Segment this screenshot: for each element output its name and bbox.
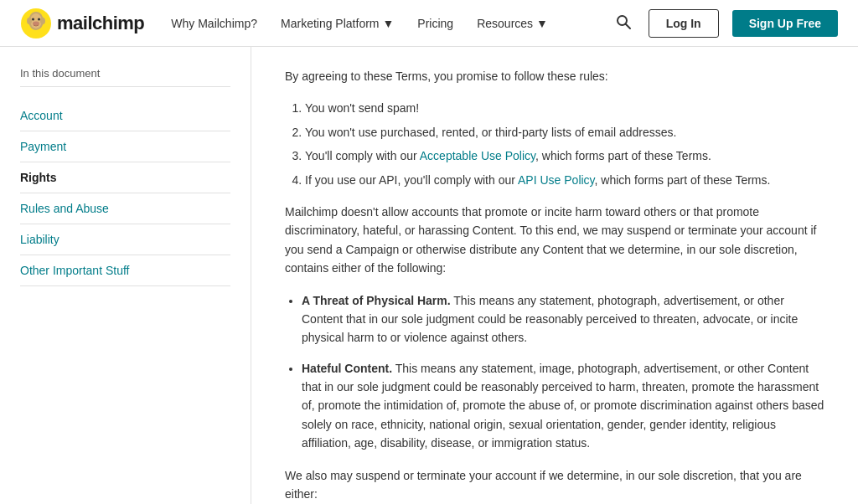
nav-marketing-platform[interactable]: Marketing Platform ▼ [281,17,394,30]
hateful-content-heading: Hateful Content. [302,362,392,375]
main-nav: Why Mailchimp? Marketing Platform ▼ Pric… [171,17,611,30]
sidebar-item-other-important-stuff[interactable]: Other Important Stuff [20,255,230,286]
page-layout: In this document Account Payment Rights … [0,47,858,504]
svg-point-6 [27,18,32,24]
sidebar: In this document Account Payment Rights … [0,47,251,504]
chevron-down-icon: ▼ [383,17,395,30]
sidebar-item-rules-and-abuse[interactable]: Rules and Abuse [20,193,230,224]
logo-text: mailchimp [57,13,144,34]
suspension-intro: We also may suspend or terminate your ac… [285,466,824,504]
logo[interactable]: mailchimp [20,8,144,39]
rules-list: You won't send spam! You won't use purch… [305,99,824,189]
bullet-physical-harm: A Threat of Physical Harm. This means an… [302,291,824,347]
nav-why-mailchimp[interactable]: Why Mailchimp? [171,17,257,30]
svg-point-4 [38,18,40,20]
nav-resources[interactable]: Resources ▼ [477,17,548,30]
api-use-policy-link[interactable]: API Use Policy [518,173,595,187]
chevron-down-icon: ▼ [536,17,548,30]
search-icon [615,13,632,30]
rule-4: If you use our API, you'll comply with o… [305,171,824,189]
harmful-content-intro: Mailchimp doesn't allow accounts that pr… [285,203,824,278]
sidebar-nav: Account Payment Rights Rules and Abuse L… [20,100,230,286]
sidebar-item-account[interactable]: Account [20,100,230,131]
nav-pricing[interactable]: Pricing [417,17,453,30]
sidebar-item-rights[interactable]: Rights [20,162,230,193]
header-actions: Log In Sign Up Free [612,9,838,38]
svg-point-3 [32,18,34,20]
rule-1: You won't send spam! [305,99,824,117]
signup-button[interactable]: Sign Up Free [732,10,838,37]
physical-harm-heading: A Threat of Physical Harm. [302,294,451,307]
bullet-hateful-content: Hateful Content. This means any statemen… [302,359,824,453]
header: mailchimp Why Mailchimp? Marketing Platf… [0,0,858,47]
intro-text: By agreeing to these Terms, you promise … [285,67,824,85]
sidebar-title: In this document [20,67,230,87]
logo-icon [20,8,52,39]
rule-3: You'll comply with our Acceptable Use Po… [305,147,824,165]
sidebar-item-liability[interactable]: Liability [20,224,230,255]
sidebar-item-payment[interactable]: Payment [20,131,230,162]
harmful-content-list: A Threat of Physical Harm. This means an… [302,291,824,453]
rule-2: You won't use purchased, rented, or thir… [305,123,824,141]
search-button[interactable] [612,10,635,36]
main-content: By agreeing to these Terms, you promise … [251,47,858,504]
login-button[interactable]: Log In [649,9,719,38]
svg-point-7 [40,18,45,24]
acceptable-use-policy-link[interactable]: Acceptable Use Policy [420,149,535,162]
svg-line-9 [625,24,630,29]
